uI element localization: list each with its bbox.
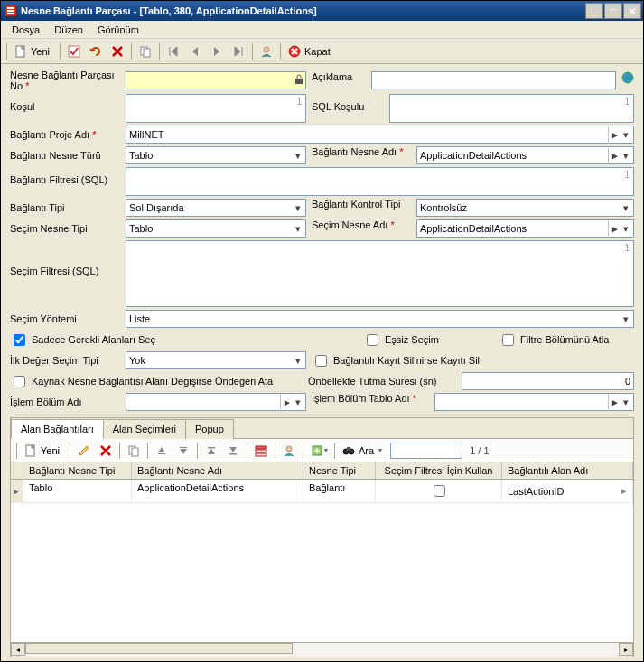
input-desc[interactable] <box>371 71 616 89</box>
horizontal-scrollbar[interactable]: ◂ ▸ <box>11 642 633 657</box>
svg-rect-1 <box>7 7 14 9</box>
new-button[interactable]: Yeni <box>11 42 56 61</box>
gridcell-c1[interactable]: Tablo <box>23 480 132 502</box>
ellipsis-icon[interactable]: ▸ <box>608 395 621 409</box>
input-linktype[interactable]: Sol Dışarıda▾ <box>126 199 306 217</box>
gridcell-c4[interactable] <box>376 480 502 502</box>
chevron-down-icon[interactable]: ▾ <box>292 395 304 409</box>
chevron-down-icon[interactable]: ▾ <box>620 395 632 409</box>
grid-search-button[interactable]: Ara▾ <box>339 441 388 461</box>
grid-user-button[interactable] <box>279 441 299 461</box>
tab-links[interactable]: Alan Bağlantıları <box>11 419 104 439</box>
check-unique[interactable] <box>367 334 378 346</box>
scroll-left-button[interactable]: ◂ <box>11 643 25 656</box>
gridhead-c2[interactable]: Bağlantı Nesne Adı <box>132 462 303 479</box>
menu-file[interactable]: Dosya <box>5 23 47 37</box>
window-title: Nesne Bağlantı Parçası - [Tablo, 380, Ap… <box>21 5 584 16</box>
chevron-down-icon[interactable]: ▾ <box>620 148 632 163</box>
gridhead-c4[interactable]: Seçim Filtresi İçin Kullan <box>376 462 502 479</box>
check-onlyreq[interactable] <box>14 334 25 346</box>
grid-movedown-button[interactable] <box>173 441 193 461</box>
input-ctrltype[interactable]: Kontrolsüz▾ <box>416 199 634 217</box>
grid-new-button[interactable]: Yeni <box>21 441 66 461</box>
svg-point-8 <box>264 47 269 52</box>
next-button[interactable] <box>207 42 227 61</box>
grid-remove-button[interactable] <box>251 441 271 461</box>
ellipsis-icon[interactable]: ▸ <box>608 221 621 236</box>
user-button[interactable] <box>257 42 276 61</box>
gridcell-check[interactable] <box>434 485 445 497</box>
input-selmethod[interactable]: Liste▾ <box>126 310 634 328</box>
row-indicator: ▸ <box>11 480 23 502</box>
input-no[interactable] <box>126 71 306 89</box>
prev-button[interactable] <box>185 42 205 61</box>
input-selfilter[interactable]: 1 <box>126 240 634 307</box>
input-proj[interactable]: MillNET▸▾ <box>126 126 634 144</box>
grid-search-input[interactable] <box>390 443 462 459</box>
input-opsec[interactable]: ▸▾ <box>126 393 306 411</box>
svg-rect-19 <box>256 446 266 449</box>
chevron-down-icon[interactable]: ▾ <box>292 353 304 368</box>
input-selobjname[interactable]: ApplicationDetailActions▸▾ <box>416 219 634 238</box>
minimize-button[interactable]: _ <box>585 3 603 19</box>
maximize-button[interactable]: □ <box>604 3 622 19</box>
grid-export-button[interactable]: ▾ <box>307 441 331 461</box>
user-icon <box>259 44 274 59</box>
grid-moveup-button[interactable] <box>152 441 172 461</box>
chevron-down-icon[interactable]: ▾ <box>292 148 304 163</box>
grid-bottom-button[interactable] <box>223 441 243 461</box>
ellipsis-icon[interactable]: ▸ <box>608 127 621 142</box>
input-objtype[interactable]: Tablo▾ <box>126 146 306 164</box>
input-initsel[interactable]: Yok▾ <box>126 351 306 369</box>
grid-delete-button[interactable] <box>96 441 116 461</box>
save-icon <box>67 44 81 59</box>
gridcell-c2[interactable]: ApplicationDetailActions <box>132 480 303 502</box>
last-button[interactable] <box>229 42 248 61</box>
input-sqlcond[interactable]: 1 <box>389 94 634 123</box>
input-selobjtype[interactable]: Tablo▾ <box>126 219 306 238</box>
save-button[interactable] <box>64 42 84 61</box>
menu-edit[interactable]: Düzen <box>47 23 90 37</box>
copy-button[interactable] <box>135 42 155 61</box>
input-cond[interactable]: 1 <box>126 94 306 123</box>
scroll-thumb[interactable] <box>25 643 293 654</box>
grid-row[interactable]: ▸ Tablo ApplicationDetailActions Bağlant… <box>11 480 633 503</box>
undo-button[interactable] <box>86 42 106 61</box>
gridcell-c3[interactable]: Bağlantı <box>303 480 376 502</box>
gridhead-c1[interactable]: Bağlantı Nesne Tipi <box>23 462 132 479</box>
delete-icon <box>110 44 125 59</box>
check-srcdef[interactable] <box>14 376 25 387</box>
input-objname[interactable]: ApplicationDetailActions▸▾ <box>416 146 634 164</box>
chevron-down-icon[interactable]: ▾ <box>620 312 632 326</box>
input-filter[interactable]: 1 <box>126 167 634 196</box>
globe-icon[interactable] <box>621 71 634 84</box>
close-window-button[interactable]: ✕ <box>623 3 641 19</box>
grid-copy-button[interactable] <box>124 441 144 461</box>
first-button[interactable] <box>163 42 183 61</box>
chevron-down-icon[interactable]: ▾ <box>292 221 304 236</box>
check-dellink[interactable] <box>315 355 327 367</box>
ellipsis-icon[interactable]: ▸ <box>621 485 627 497</box>
gridcell-c5[interactable]: LastActionID▸ <box>502 480 633 502</box>
chevron-down-icon[interactable]: ▾ <box>292 200 304 215</box>
input-opsectbl[interactable]: ▸▾ <box>434 393 634 411</box>
chevron-down-icon[interactable]: ▾ <box>620 200 632 215</box>
ellipsis-icon[interactable]: ▸ <box>608 148 621 163</box>
gridhead-c3[interactable]: Nesne Tipi <box>303 462 376 479</box>
delete-button[interactable] <box>107 42 127 61</box>
input-cache[interactable] <box>462 372 634 390</box>
scroll-right-button[interactable]: ▸ <box>619 643 633 656</box>
grid-top-button[interactable] <box>201 441 221 461</box>
ellipsis-icon[interactable]: ▸ <box>280 395 293 409</box>
grid-edit-button[interactable] <box>74 441 94 461</box>
chevron-down-icon[interactable]: ▾ <box>620 127 632 142</box>
check-skipfilter[interactable] <box>502 334 514 346</box>
gridhead-c5[interactable]: Bağlantılı Alan Adı <box>502 462 633 479</box>
tab-popup[interactable]: Popup <box>185 419 234 439</box>
tab-selections[interactable]: Alan Seçimleri <box>103 419 186 439</box>
grid[interactable]: Bağlantı Nesne Tipi Bağlantı Nesne Adı N… <box>11 462 633 642</box>
close-button[interactable]: Kapat <box>285 42 337 61</box>
menu-view[interactable]: Görünüm <box>90 23 146 37</box>
chevron-down-icon[interactable]: ▾ <box>620 221 632 236</box>
scroll-track[interactable] <box>25 643 619 657</box>
